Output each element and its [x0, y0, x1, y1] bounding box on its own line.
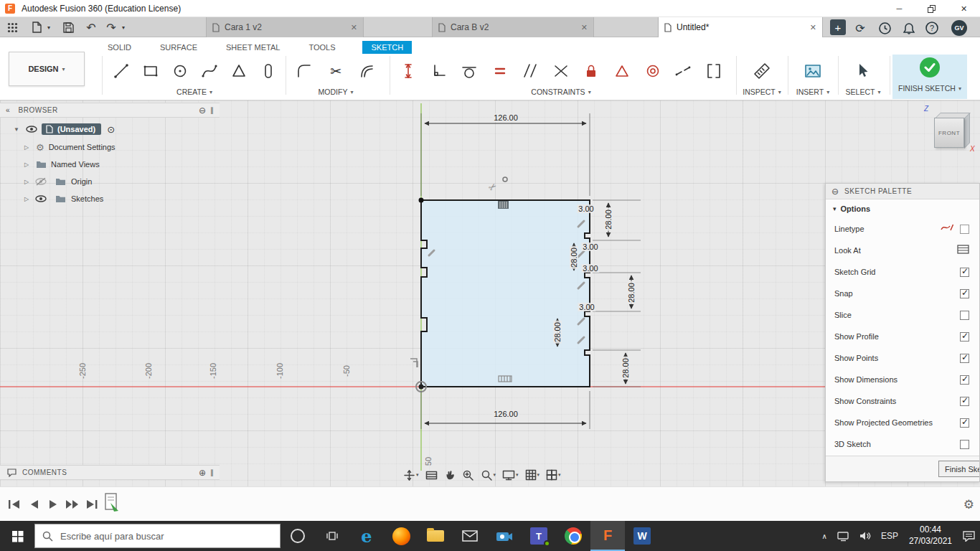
dimension-label[interactable]: 126.00: [492, 410, 519, 418]
dimension-label[interactable]: 3.00: [581, 242, 599, 251]
options-section-header[interactable]: ▾ Options: [826, 199, 979, 218]
display-settings-icon[interactable]: ▾: [501, 468, 520, 482]
insert-image-icon[interactable]: [801, 59, 825, 83]
circle-tool-icon[interactable]: [168, 59, 192, 83]
browser-item-sketches[interactable]: ▷ Sketches: [22, 191, 103, 207]
fix-lock-constraint-icon[interactable]: [579, 59, 603, 83]
sketch-dimension-icon[interactable]: [396, 59, 420, 83]
tab-solid[interactable]: SOLID: [106, 41, 133, 54]
app-grid-menu-icon[interactable]: [6, 21, 19, 34]
taskbar-firefox-button[interactable]: [384, 521, 418, 551]
viewports-icon[interactable]: ▾: [545, 468, 562, 482]
tray-notification-icon[interactable]: [958, 521, 980, 551]
expander-icon[interactable]: ▷: [22, 144, 32, 151]
taskbar-file-explorer-button[interactable]: [418, 521, 453, 551]
polygon-tool-icon[interactable]: [227, 59, 251, 83]
tab-tools[interactable]: TOOLS: [307, 41, 336, 54]
symmetry-constraint-icon[interactable]: [549, 59, 573, 83]
sketch-profile[interactable]: [421, 200, 590, 387]
show-constraints-checkbox[interactable]: [960, 397, 969, 406]
rectangle-tool-icon[interactable]: [138, 59, 163, 83]
browser-root-item[interactable]: ▼ (Unsaved) ⊙: [11, 121, 115, 137]
panel-minus-icon[interactable]: ⊖: [831, 187, 839, 197]
show-points-checkbox[interactable]: [960, 354, 969, 363]
visibility-eye-icon[interactable]: [26, 126, 37, 133]
tab-surface[interactable]: SURFACE: [159, 41, 199, 54]
panel-plus-icon[interactable]: ⊕: [199, 468, 206, 478]
insert-group-label[interactable]: INSERT▾: [791, 86, 835, 98]
redo-button[interactable]: ↷: [105, 21, 118, 34]
timeline-skip-start-button[interactable]: [6, 496, 23, 513]
tab-sheet-metal[interactable]: SHEET METAL: [225, 41, 281, 54]
inspect-group-label[interactable]: INSPECT▾: [739, 86, 785, 98]
select-cursor-icon[interactable]: [851, 59, 875, 83]
look-at-tool-icon[interactable]: [424, 468, 439, 482]
show-projected-geometries-checkbox[interactable]: [960, 418, 969, 428]
search-input[interactable]: Escribe aquí para buscar: [34, 524, 281, 548]
line-tool-icon[interactable]: [109, 59, 133, 83]
show-dimensions-checkbox[interactable]: [960, 375, 969, 385]
expander-icon[interactable]: ▷: [22, 179, 32, 185]
tray-volume-icon[interactable]: [854, 521, 876, 551]
undo-button[interactable]: ↶: [85, 21, 98, 34]
comments-bar[interactable]: COMMENTS ⊕ ∥: [0, 465, 220, 480]
workspace-selector[interactable]: DESIGN ▾: [9, 52, 85, 86]
offset-tool-icon[interactable]: [355, 59, 380, 83]
minimize-button[interactable]: ─: [883, 0, 915, 17]
taskbar-teams-button[interactable]: T: [522, 521, 556, 551]
3d-sketch-checkbox[interactable]: [960, 440, 969, 449]
taskbar-camera-button[interactable]: [487, 521, 522, 551]
collinear-constraint-icon[interactable]: [671, 59, 695, 83]
start-button[interactable]: [0, 521, 34, 551]
sketch-palette-header[interactable]: ⊖ SKETCH PALETTE: [826, 184, 979, 199]
new-tab-button[interactable]: +: [830, 19, 846, 35]
browser-item-named-views[interactable]: ▷ Named Views: [22, 156, 100, 172]
slice-checkbox[interactable]: [960, 311, 969, 320]
fillet-tool-icon[interactable]: [292, 59, 316, 83]
account-avatar[interactable]: GV: [951, 20, 967, 36]
grid-snap-settings-icon[interactable]: ▾: [524, 468, 542, 482]
collapse-panel-icon[interactable]: «: [6, 106, 10, 114]
origin-point[interactable]: [419, 385, 424, 390]
panel-grip-icon[interactable]: ∥: [210, 468, 214, 476]
create-group-label[interactable]: CREATE▾: [106, 86, 283, 98]
expander-icon[interactable]: ▷: [22, 196, 32, 202]
equal-constraint-icon[interactable]: [488, 59, 512, 83]
browser-header[interactable]: « BROWSER ⊖ ∥: [0, 103, 220, 118]
linetype-box-icon[interactable]: [960, 225, 969, 234]
dimension-label[interactable]: 28.00: [627, 281, 636, 304]
timeline-settings-gear-icon[interactable]: ⚙: [963, 497, 974, 512]
horizontal-vertical-constraint-icon[interactable]: [427, 59, 451, 83]
finish-sketch-button[interactable]: FINISH SKETCH▾: [892, 55, 967, 99]
pan-tool-icon[interactable]: [443, 468, 457, 482]
cortana-button[interactable]: [281, 521, 315, 551]
file-menu-caret-icon[interactable]: ▾: [42, 21, 55, 34]
notifications-bell-icon[interactable]: [901, 20, 917, 36]
slot-tool-icon[interactable]: [256, 59, 281, 83]
sync-status-icon[interactable]: ⟳: [852, 20, 868, 36]
timeline-sketch-marker[interactable]: [105, 493, 121, 516]
tray-network-icon[interactable]: [832, 521, 854, 551]
panel-grip-icon[interactable]: ∥: [210, 106, 214, 114]
select-group-label[interactable]: SELECT▾: [841, 86, 885, 98]
trim-tool-icon[interactable]: ✂: [324, 59, 348, 83]
taskbar-fusion-360-button[interactable]: F: [590, 521, 625, 551]
visibility-eye-icon[interactable]: [35, 195, 47, 202]
panel-minus-icon[interactable]: ⊖: [199, 105, 206, 116]
tab-close-icon[interactable]: ✕: [581, 23, 588, 32]
tray-clock[interactable]: 00:44 27/03/2021: [903, 524, 958, 547]
document-tab-cara-1[interactable]: Cara 1 v2 ✕: [206, 17, 364, 37]
tab-close-icon[interactable]: ✕: [351, 23, 357, 32]
tray-language[interactable]: ESP: [876, 521, 903, 551]
expander-icon[interactable]: ▷: [22, 161, 32, 168]
measure-tool-icon[interactable]: [750, 59, 774, 83]
dimension-label[interactable]: 28.00: [621, 357, 630, 380]
dimension-label[interactable]: 28.00: [570, 246, 578, 269]
finish-sketch-palette-button[interactable]: Finish Ske: [938, 461, 980, 477]
zoom-window-tool-icon[interactable]: ▾: [479, 468, 498, 483]
show-profile-checkbox[interactable]: [960, 332, 969, 342]
document-tab-cara-b[interactable]: Cara B v2 ✕: [432, 17, 594, 37]
view-cube-front-face[interactable]: FRONT: [934, 118, 964, 148]
look-at-icon[interactable]: [957, 244, 969, 257]
dimension-label[interactable]: 28.00: [553, 321, 562, 344]
